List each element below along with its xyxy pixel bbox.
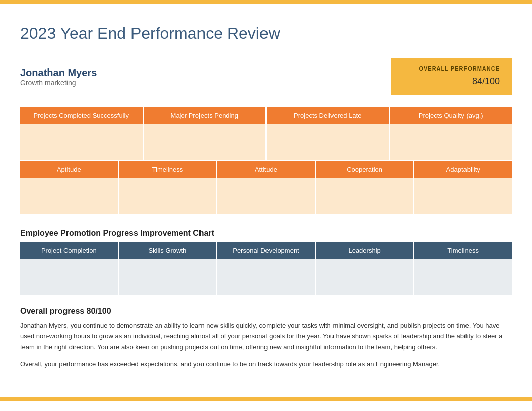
skill-header-2: Attitude xyxy=(217,161,315,178)
chart-card-3: Leadership xyxy=(316,242,414,295)
skill-card-4: Adaptability xyxy=(414,161,512,214)
chart-card-1: Skills Growth xyxy=(119,242,217,295)
chart-body-3 xyxy=(316,259,414,295)
skill-body-0 xyxy=(20,178,118,214)
chart-body-4 xyxy=(414,259,512,295)
chart-header-1: Skills Growth xyxy=(119,242,217,259)
chart-grid: Project Completion Skills Growth Persona… xyxy=(20,242,512,295)
skill-card-3: Cooperation xyxy=(316,161,414,214)
overall-performance-box: OVERALL PERFORMANCE 84/100 xyxy=(391,58,512,95)
chart-title: Employee Promotion Progress Improvement … xyxy=(20,229,512,238)
header-row: Jonathan Myers Growth marketing OVERALL … xyxy=(20,58,512,95)
skill-header-0: Aptitude xyxy=(20,161,118,178)
chart-header-3: Leadership xyxy=(316,242,414,259)
stat-card-3: Projects Quality (avg.) xyxy=(390,107,512,160)
chart-body-2 xyxy=(217,259,315,295)
stat-card-0: Projects Completed Successfully xyxy=(20,107,143,160)
chart-body-1 xyxy=(119,259,217,295)
stat-header-3: Projects Quality (avg.) xyxy=(390,107,512,124)
skill-body-2 xyxy=(217,178,315,214)
stat-card-1: Major Projects Pending xyxy=(144,107,266,160)
chart-header-0: Project Completion xyxy=(20,242,118,259)
divider xyxy=(20,48,512,48)
skill-card-2: Attitude xyxy=(217,161,315,214)
skill-header-4: Adaptability xyxy=(414,161,512,178)
stat-body-3 xyxy=(390,124,512,160)
chart-header-4: Timeliness xyxy=(414,242,512,259)
progress-title: Overall progress 80/100 xyxy=(20,307,512,316)
overall-perf-score: 84/100 xyxy=(403,72,500,88)
overall-perf-label: OVERALL PERFORMANCE xyxy=(403,65,500,72)
stat-body-1 xyxy=(144,124,266,160)
chart-card-0: Project Completion xyxy=(20,242,118,295)
stat-body-2 xyxy=(267,124,389,160)
page-title: 2023 Year End Performance Review xyxy=(20,24,512,43)
progress-paragraph-2: Overall, your performance has exceeded e… xyxy=(20,359,512,370)
stat-header-2: Projects Delivered Late xyxy=(267,107,389,124)
skill-body-4 xyxy=(414,178,512,214)
chart-card-4: Timeliness xyxy=(414,242,512,295)
stat-header-1: Major Projects Pending xyxy=(144,107,266,124)
progress-paragraph-1: Jonathan Myers, you continue to demonstr… xyxy=(20,321,512,352)
chart-card-2: Personal Development xyxy=(217,242,315,295)
employee-info: Jonathan Myers Growth marketing xyxy=(20,67,97,87)
skill-header-1: Timeliness xyxy=(119,161,217,178)
skill-card-0: Aptitude xyxy=(20,161,118,214)
employee-name: Jonathan Myers xyxy=(20,67,97,79)
stat-body-0 xyxy=(20,124,143,160)
skill-header-3: Cooperation xyxy=(316,161,414,178)
stat-header-0: Projects Completed Successfully xyxy=(20,107,143,124)
stats-grid: Projects Completed Successfully Major Pr… xyxy=(20,107,512,160)
top-accent-bar xyxy=(0,0,532,4)
overall-progress-section: Overall progress 80/100 Jonathan Myers, … xyxy=(20,307,512,370)
employee-role: Growth marketing xyxy=(20,79,97,87)
stat-card-2: Projects Delivered Late xyxy=(267,107,389,160)
chart-section: Employee Promotion Progress Improvement … xyxy=(20,229,512,295)
skill-body-3 xyxy=(316,178,414,214)
chart-body-0 xyxy=(20,259,118,295)
chart-header-2: Personal Development xyxy=(217,242,315,259)
skill-body-1 xyxy=(119,178,217,214)
skill-card-1: Timeliness xyxy=(119,161,217,214)
bottom-accent-bar xyxy=(0,397,532,401)
skills-grid: Aptitude Timeliness Attitude Cooperation… xyxy=(20,161,512,214)
